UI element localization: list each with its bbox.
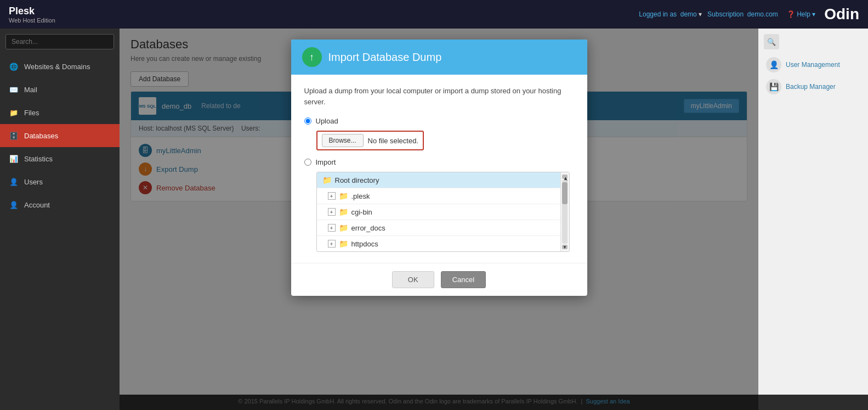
import-label: Import xyxy=(316,158,336,166)
brand-name: Plesk xyxy=(9,5,55,17)
search-box xyxy=(0,29,120,55)
orange-folder-icon: 📁 xyxy=(339,223,348,232)
modal-overlay: ↑ Import Database Dump Upload a dump fro… xyxy=(120,29,758,410)
database-icon: 🗄️ xyxy=(9,131,19,141)
upload-label: Upload xyxy=(316,117,338,125)
backup-manager-link[interactable]: 💾 Backup Manager xyxy=(764,76,863,98)
sidebar-item-label: Mail xyxy=(24,86,37,94)
tree-item-label: Root directory xyxy=(335,176,379,184)
sidebar-item-label: Files xyxy=(24,109,39,117)
logged-in-label: Logged in as xyxy=(639,10,677,18)
browse-container: Browse... No file selected. xyxy=(316,131,424,150)
subscription-label: Subscription xyxy=(707,10,744,18)
tree-item-httpdocs[interactable]: + 📁 httpdocs xyxy=(317,236,560,251)
scroll-track xyxy=(562,180,568,244)
help-button[interactable]: ❓ Help ▾ xyxy=(787,10,815,18)
ok-button[interactable]: OK xyxy=(392,271,434,288)
sidebar-item-files[interactable]: 📁 Files xyxy=(0,101,120,124)
brand-sub: Web Host Edition xyxy=(9,17,55,24)
tree-item-root[interactable]: 📁 Root directory xyxy=(317,172,560,188)
sidebar-item-websites[interactable]: 🌐 Websites & Domains xyxy=(0,55,120,78)
scroll-up-arrow[interactable]: ▲ xyxy=(562,175,568,179)
user-management-label: User Management xyxy=(786,61,840,69)
sidebar-nav: 🌐 Websites & Domains ✉️ Mail 📁 Files 🗄️ … xyxy=(0,55,120,410)
subscription-value: demo.com xyxy=(747,10,778,18)
logged-in-user[interactable]: demo xyxy=(680,10,697,18)
backup-manager-label: Backup Manager xyxy=(786,83,836,91)
backup-manager-icon: 💾 xyxy=(766,79,781,94)
scroll-down-arrow[interactable]: ▼ xyxy=(562,245,568,249)
no-file-text: No file selected. xyxy=(368,137,419,145)
sidebar: 🌐 Websites & Domains ✉️ Mail 📁 Files 🗄️ … xyxy=(0,29,120,410)
right-panel: 🔍 👤 User Management 💾 Backup Manager xyxy=(758,29,868,410)
orange-folder-icon: 📁 xyxy=(339,192,348,200)
logged-in-text: Logged in as demo ▾ Subscription demo.co… xyxy=(639,10,778,18)
expand-icon: + xyxy=(328,208,336,216)
upload-radio-option: Upload xyxy=(304,117,574,125)
modal-header-icon: ↑ xyxy=(302,47,322,67)
orange-folder-icon: 📁 xyxy=(339,239,348,248)
sidebar-item-users[interactable]: 👤 Users xyxy=(0,170,120,193)
browse-button[interactable]: Browse... xyxy=(322,134,364,147)
sidebar-item-statistics[interactable]: 📊 Statistics xyxy=(0,147,120,170)
sidebar-item-label: Users xyxy=(24,178,43,186)
modal-body: Upload a dump from your local computer o… xyxy=(291,75,587,263)
main-content: Databases Here you can create new or man… xyxy=(120,29,758,410)
tree-item-error-docs[interactable]: + 📁 error_docs xyxy=(317,220,560,236)
user-management-link[interactable]: 👤 User Management xyxy=(764,54,863,76)
upload-radio[interactable] xyxy=(304,117,311,125)
root-folder-icon: 📁 xyxy=(322,176,332,184)
file-tree-list: 📁 Root directory + 📁 .plesk + 📁 xyxy=(317,172,560,251)
globe-icon: 🌐 xyxy=(9,61,19,71)
sidebar-item-label: Account xyxy=(24,201,50,209)
odin-logo: Odin xyxy=(824,5,859,23)
scroll-thumb[interactable] xyxy=(562,182,568,204)
file-tree-wrapper: 📁 Root directory + 📁 .plesk + 📁 xyxy=(316,172,570,252)
user-icon: 👤 xyxy=(9,177,19,187)
sidebar-item-account[interactable]: 👤 Account xyxy=(0,193,120,216)
topbar-right: Logged in as demo ▾ Subscription demo.co… xyxy=(639,5,859,23)
sidebar-item-label: Databases xyxy=(24,132,58,140)
modal-description: Upload a dump from your local computer o… xyxy=(304,86,574,107)
import-modal: ↑ Import Database Dump Upload a dump fro… xyxy=(291,40,587,296)
sidebar-item-label: Statistics xyxy=(24,155,53,163)
tree-item-label: .plesk xyxy=(351,192,370,200)
sidebar-item-databases[interactable]: 🗄️ Databases xyxy=(0,124,120,147)
cancel-button[interactable]: Cancel xyxy=(441,271,486,288)
sidebar-item-label: Websites & Domains xyxy=(24,63,90,71)
import-radio-option: Import xyxy=(304,158,574,166)
tree-item-label: error_docs xyxy=(351,224,385,232)
mail-icon: ✉️ xyxy=(9,85,19,94)
tree-scrollbar[interactable]: ▲ ▼ xyxy=(560,172,569,251)
brand-section: Plesk Web Host Edition xyxy=(9,5,55,24)
topbar: Plesk Web Host Edition Logged in as demo… xyxy=(0,0,868,29)
expand-icon: + xyxy=(328,240,336,248)
files-icon: 📁 xyxy=(9,108,19,117)
chart-icon: 📊 xyxy=(9,154,19,164)
account-icon: 👤 xyxy=(9,200,19,210)
expand-icon: + xyxy=(328,224,336,232)
modal-header: ↑ Import Database Dump xyxy=(291,40,587,75)
user-management-icon: 👤 xyxy=(766,57,781,72)
upload-arrow-icon: ↑ xyxy=(309,52,314,63)
tree-item-cgi-bin[interactable]: + 📁 cgi-bin xyxy=(317,204,560,220)
tree-item-label: httpdocs xyxy=(351,240,378,248)
layout: 🌐 Websites & Domains ✉️ Mail 📁 Files 🗄️ … xyxy=(0,29,868,410)
tree-item-plesk[interactable]: + 📁 .plesk xyxy=(317,188,560,204)
search-input[interactable] xyxy=(5,34,114,49)
modal-title: Import Database Dump xyxy=(328,51,442,64)
upload-section: Browse... No file selected. xyxy=(316,131,574,150)
modal-footer: OK Cancel xyxy=(291,263,587,296)
expand-icon: + xyxy=(328,192,336,200)
orange-folder-icon: 📁 xyxy=(339,207,348,216)
import-radio[interactable] xyxy=(304,159,311,166)
tree-item-label: cgi-bin xyxy=(351,208,372,216)
search-icon[interactable]: 🔍 xyxy=(764,34,779,49)
sidebar-item-mail[interactable]: ✉️ Mail xyxy=(0,78,120,101)
